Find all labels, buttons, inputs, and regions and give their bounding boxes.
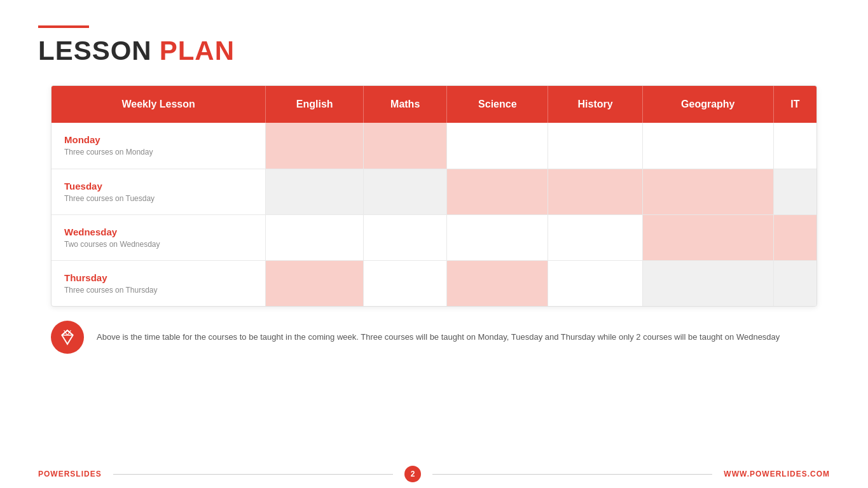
footer-note-text: Above is the time table for the courses … (97, 331, 780, 344)
monday-maths (364, 123, 447, 169)
wednesday-it (773, 214, 816, 260)
monday-history (548, 123, 643, 169)
day-desc-wednesday: Two courses on Wednesday (64, 240, 252, 249)
tuesday-geography (642, 169, 773, 214)
tuesday-english (266, 169, 364, 214)
page-number: 2 (404, 466, 421, 482)
page-title: LESSON PLAN (38, 36, 830, 66)
thursday-it (773, 260, 816, 306)
tuesday-science (447, 169, 548, 214)
day-desc-thursday: Three courses on Thursday (64, 286, 252, 295)
monday-geography (642, 123, 773, 169)
monday-english (266, 123, 364, 169)
tuesday-history (548, 169, 643, 214)
thursday-maths (364, 260, 447, 306)
col-history: History (548, 86, 643, 123)
day-name-tuesday: Tuesday (64, 181, 252, 192)
monday-it (773, 123, 816, 169)
diamond-icon (59, 329, 76, 345)
col-weekly-lesson: Weekly Lesson (52, 86, 266, 123)
col-science: Science (447, 86, 548, 123)
thursday-science (447, 260, 548, 306)
brand-black: POWER (38, 470, 70, 478)
brand-red: SLIDES (70, 470, 101, 478)
col-it: IT (773, 86, 816, 123)
bottom-bar: POWERSLIDES 2 WWW.POWERLIDES.COM (0, 460, 868, 488)
day-desc-tuesday: Three courses on Tuesday (64, 194, 252, 203)
col-geography: Geography (642, 86, 773, 123)
brand-label: POWERSLIDES (38, 470, 102, 478)
wednesday-english (266, 214, 364, 260)
day-cell-monday: Monday Three courses on Monday (52, 123, 266, 169)
day-desc-monday: Three courses on Monday (64, 148, 252, 157)
tuesday-it (773, 169, 816, 214)
bottom-line-right (432, 474, 712, 475)
day-cell-wednesday: Wednesday Two courses on Wednesday (52, 214, 266, 260)
lesson-table-container: Weekly Lesson English Maths Science Hist… (51, 85, 817, 307)
tuesday-maths (364, 169, 447, 214)
website-label: WWW.POWERLIDES.COM (724, 470, 830, 478)
table-header-row: Weekly Lesson English Maths Science Hist… (52, 86, 816, 123)
day-name-thursday: Thursday (64, 272, 252, 283)
day-cell-thursday: Thursday Three courses on Thursday (52, 260, 266, 306)
title-plan: PLAN (160, 36, 235, 66)
day-name-wednesday: Wednesday (64, 227, 252, 237)
table-row-tuesday: Tuesday Three courses on Tuesday (52, 169, 816, 214)
header-accent-line (38, 25, 89, 28)
col-english: English (266, 86, 364, 123)
col-maths: Maths (364, 86, 447, 123)
table-row-wednesday: Wednesday Two courses on Wednesday (52, 214, 816, 260)
wednesday-maths (364, 214, 447, 260)
day-name-monday: Monday (64, 134, 252, 145)
thursday-history (548, 260, 643, 306)
thursday-geography (642, 260, 773, 306)
diamond-icon-circle (51, 321, 84, 354)
lesson-table: Weekly Lesson English Maths Science Hist… (52, 86, 816, 306)
title-lesson: LESSON (38, 36, 152, 66)
footer-note: Above is the time table for the courses … (51, 321, 817, 354)
thursday-english (266, 260, 364, 306)
wednesday-geography (642, 214, 773, 260)
table-row-thursday: Thursday Three courses on Thursday (52, 260, 816, 306)
bottom-line-left (113, 474, 393, 475)
wednesday-history (548, 214, 643, 260)
day-cell-tuesday: Tuesday Three courses on Tuesday (52, 169, 266, 214)
monday-science (447, 123, 548, 169)
page: LESSON PLAN Weekly Lesson English Maths … (0, 0, 868, 488)
svg-marker-0 (62, 330, 72, 344)
table-row-monday: Monday Three courses on Monday (52, 123, 816, 169)
wednesday-science (447, 214, 548, 260)
